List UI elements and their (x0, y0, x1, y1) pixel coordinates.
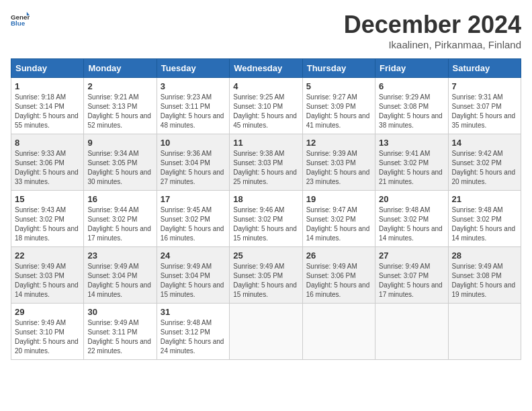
svg-text:Blue: Blue (11, 19, 26, 27)
day-number: 31 (161, 307, 226, 317)
day-detail: Sunrise: 9:21 AMSunset: 3:13 PMDaylight:… (87, 93, 152, 130)
day-number: 20 (379, 194, 444, 204)
day-number: 28 (452, 250, 517, 261)
day-detail: Sunrise: 9:49 AMSunset: 3:04 PMDaylight:… (87, 262, 152, 300)
day-detail: Sunrise: 9:43 AMSunset: 3:02 PMDaylight:… (15, 205, 80, 243)
day-number: 25 (233, 250, 298, 261)
day-detail: Sunrise: 9:44 AMSunset: 3:02 PMDaylight:… (87, 205, 152, 243)
day-number: 15 (15, 194, 80, 204)
day-number: 3 (161, 81, 226, 91)
calendar-cell: 30Sunrise: 9:49 AMSunset: 3:11 PMDayligh… (84, 304, 157, 360)
day-number: 10 (161, 138, 226, 148)
day-detail: Sunrise: 9:34 AMSunset: 3:05 PMDaylight:… (87, 149, 152, 187)
title-block: December 2024 Ikaalinen, Pirkanmaa, Finl… (344, 11, 521, 50)
calendar-cell: 16Sunrise: 9:44 AMSunset: 3:02 PMDayligh… (84, 191, 157, 247)
calendar-cell (375, 304, 448, 360)
calendar-table: SundayMondayTuesdayWednesdayThursdayFrid… (11, 58, 521, 360)
day-number: 9 (87, 138, 152, 148)
day-detail: Sunrise: 9:31 AMSunset: 3:07 PMDaylight:… (452, 93, 517, 130)
calendar-cell: 28Sunrise: 9:49 AMSunset: 3:08 PMDayligh… (448, 247, 521, 304)
day-detail: Sunrise: 9:42 AMSunset: 3:02 PMDaylight:… (452, 149, 517, 187)
day-number: 16 (87, 194, 152, 204)
day-detail: Sunrise: 9:49 AMSunset: 3:11 PMDaylight:… (87, 318, 152, 356)
calendar-cell: 21Sunrise: 9:48 AMSunset: 3:02 PMDayligh… (448, 191, 521, 247)
day-detail: Sunrise: 9:27 AMSunset: 3:09 PMDaylight:… (306, 93, 371, 130)
day-number: 27 (379, 250, 444, 261)
day-detail: Sunrise: 9:49 AMSunset: 3:04 PMDaylight:… (161, 262, 226, 300)
day-number: 17 (161, 194, 226, 204)
calendar-cell: 8Sunrise: 9:33 AMSunset: 3:06 PMDaylight… (11, 134, 84, 191)
day-detail: Sunrise: 9:46 AMSunset: 3:02 PMDaylight:… (233, 205, 298, 243)
day-detail: Sunrise: 9:49 AMSunset: 3:08 PMDaylight:… (452, 262, 517, 300)
day-number: 24 (161, 250, 226, 261)
day-number: 29 (15, 307, 80, 317)
calendar-cell: 31Sunrise: 9:48 AMSunset: 3:12 PMDayligh… (157, 304, 229, 360)
day-detail: Sunrise: 9:25 AMSunset: 3:10 PMDaylight:… (233, 93, 298, 130)
day-number: 18 (233, 194, 298, 204)
weekday-header-sunday: Sunday (11, 59, 84, 78)
day-detail: Sunrise: 9:18 AMSunset: 3:14 PMDaylight:… (15, 93, 80, 130)
day-detail: Sunrise: 9:23 AMSunset: 3:11 PMDaylight:… (161, 93, 226, 130)
calendar-week-row: 29Sunrise: 9:49 AMSunset: 3:10 PMDayligh… (11, 304, 521, 360)
calendar-title: December 2024 (344, 11, 521, 39)
day-detail: Sunrise: 9:47 AMSunset: 3:02 PMDaylight:… (306, 205, 371, 243)
weekday-header-friday: Friday (375, 59, 448, 78)
day-number: 1 (15, 81, 80, 91)
calendar-cell: 12Sunrise: 9:39 AMSunset: 3:03 PMDayligh… (302, 134, 375, 191)
day-detail: Sunrise: 9:36 AMSunset: 3:04 PMDaylight:… (161, 149, 226, 187)
logo: General Blue (11, 11, 30, 30)
logo-icon: General Blue (11, 11, 30, 30)
calendar-cell: 20Sunrise: 9:48 AMSunset: 3:02 PMDayligh… (375, 191, 448, 247)
calendar-cell (448, 304, 521, 360)
weekday-header-saturday: Saturday (448, 59, 521, 78)
weekday-header-tuesday: Tuesday (157, 59, 229, 78)
calendar-cell: 24Sunrise: 9:49 AMSunset: 3:04 PMDayligh… (157, 247, 229, 304)
day-number: 7 (452, 81, 517, 91)
calendar-cell: 2Sunrise: 9:21 AMSunset: 3:13 PMDaylight… (84, 78, 157, 134)
calendar-cell: 4Sunrise: 9:25 AMSunset: 3:10 PMDaylight… (230, 78, 302, 134)
calendar-cell: 3Sunrise: 9:23 AMSunset: 3:11 PMDaylight… (157, 78, 229, 134)
calendar-cell: 1Sunrise: 9:18 AMSunset: 3:14 PMDaylight… (11, 78, 84, 134)
day-detail: Sunrise: 9:49 AMSunset: 3:06 PMDaylight:… (306, 262, 371, 300)
day-number: 4 (233, 81, 298, 91)
day-number: 19 (306, 194, 371, 204)
day-detail: Sunrise: 9:29 AMSunset: 3:08 PMDaylight:… (379, 93, 444, 130)
day-number: 13 (379, 138, 444, 148)
day-detail: Sunrise: 9:41 AMSunset: 3:02 PMDaylight:… (379, 149, 444, 187)
calendar-cell: 13Sunrise: 9:41 AMSunset: 3:02 PMDayligh… (375, 134, 448, 191)
day-detail: Sunrise: 9:49 AMSunset: 3:10 PMDaylight:… (15, 318, 80, 356)
calendar-cell: 10Sunrise: 9:36 AMSunset: 3:04 PMDayligh… (157, 134, 229, 191)
day-detail: Sunrise: 9:49 AMSunset: 3:05 PMDaylight:… (233, 262, 298, 300)
weekday-header-monday: Monday (84, 59, 157, 78)
day-detail: Sunrise: 9:39 AMSunset: 3:03 PMDaylight:… (306, 149, 371, 187)
calendar-cell: 23Sunrise: 9:49 AMSunset: 3:04 PMDayligh… (84, 247, 157, 304)
day-number: 26 (306, 250, 371, 261)
day-number: 11 (233, 138, 298, 148)
calendar-cell (302, 304, 375, 360)
day-detail: Sunrise: 9:48 AMSunset: 3:02 PMDaylight:… (379, 205, 444, 243)
day-number: 8 (15, 138, 80, 148)
day-detail: Sunrise: 9:48 AMSunset: 3:02 PMDaylight:… (452, 205, 517, 243)
calendar-cell: 25Sunrise: 9:49 AMSunset: 3:05 PMDayligh… (230, 247, 302, 304)
calendar-cell: 15Sunrise: 9:43 AMSunset: 3:02 PMDayligh… (11, 191, 84, 247)
calendar-cell: 26Sunrise: 9:49 AMSunset: 3:06 PMDayligh… (302, 247, 375, 304)
weekday-header-wednesday: Wednesday (230, 59, 302, 78)
calendar-cell: 7Sunrise: 9:31 AMSunset: 3:07 PMDaylight… (448, 78, 521, 134)
day-number: 6 (379, 81, 444, 91)
calendar-week-row: 22Sunrise: 9:49 AMSunset: 3:03 PMDayligh… (11, 247, 521, 304)
day-detail: Sunrise: 9:38 AMSunset: 3:03 PMDaylight:… (233, 149, 298, 187)
weekday-header-thursday: Thursday (302, 59, 375, 78)
calendar-cell: 6Sunrise: 9:29 AMSunset: 3:08 PMDaylight… (375, 78, 448, 134)
calendar-cell: 9Sunrise: 9:34 AMSunset: 3:05 PMDaylight… (84, 134, 157, 191)
calendar-week-row: 8Sunrise: 9:33 AMSunset: 3:06 PMDaylight… (11, 134, 521, 191)
calendar-week-row: 15Sunrise: 9:43 AMSunset: 3:02 PMDayligh… (11, 191, 521, 247)
day-detail: Sunrise: 9:49 AMSunset: 3:03 PMDaylight:… (15, 262, 80, 300)
day-detail: Sunrise: 9:33 AMSunset: 3:06 PMDaylight:… (15, 149, 80, 187)
day-number: 23 (87, 250, 152, 261)
day-number: 30 (87, 307, 152, 317)
calendar-cell: 22Sunrise: 9:49 AMSunset: 3:03 PMDayligh… (11, 247, 84, 304)
calendar-cell: 17Sunrise: 9:45 AMSunset: 3:02 PMDayligh… (157, 191, 229, 247)
day-detail: Sunrise: 9:48 AMSunset: 3:12 PMDaylight:… (161, 318, 226, 356)
day-number: 21 (452, 194, 517, 204)
calendar-cell: 14Sunrise: 9:42 AMSunset: 3:02 PMDayligh… (448, 134, 521, 191)
